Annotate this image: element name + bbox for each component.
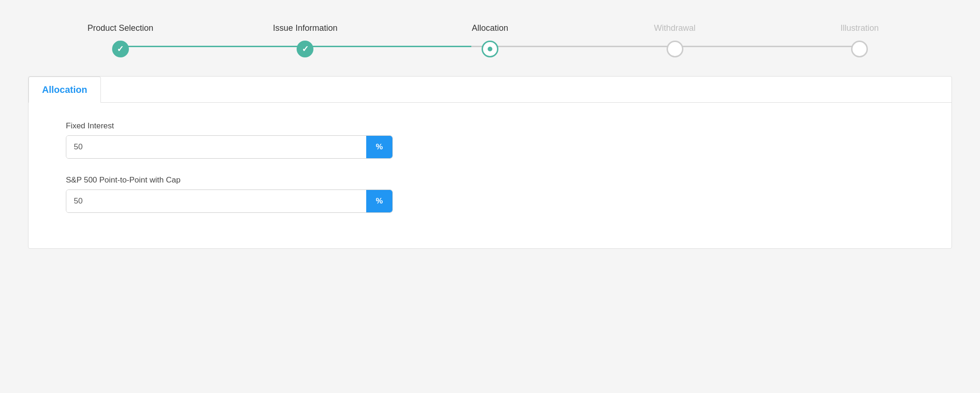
input-group-sp500: %: [66, 189, 393, 213]
field-section-fixed-interest: Fixed Interest %: [66, 121, 914, 159]
tab-header: Allocation: [28, 77, 952, 103]
checkmark-icon-2: ✓: [302, 44, 309, 54]
step-illustration[interactable]: Illustration: [767, 23, 952, 57]
checkmark-icon: ✓: [117, 44, 124, 54]
field-label-sp500: S&P 500 Point-to-Point with Cap: [66, 175, 914, 185]
content-card: Allocation Fixed Interest % S&P 500 Poin…: [28, 76, 952, 249]
sp500-input[interactable]: [66, 190, 366, 212]
step-circle-illustration: [851, 41, 868, 57]
step-label-product-selection: Product Selection: [87, 23, 153, 33]
fixed-interest-input[interactable]: [66, 136, 366, 158]
active-dot-icon: [488, 47, 492, 51]
step-label-allocation: Allocation: [472, 23, 508, 33]
content-body: Fixed Interest % S&P 500 Point-to-Point …: [28, 103, 952, 248]
step-label-issue-information: Issue Information: [273, 23, 337, 33]
step-label-illustration: Illustration: [840, 23, 879, 33]
field-label-fixed-interest: Fixed Interest: [66, 121, 914, 131]
input-group-fixed-interest: %: [66, 135, 393, 159]
step-withdrawal[interactable]: Withdrawal: [582, 23, 767, 57]
step-allocation[interactable]: Allocation: [398, 23, 582, 57]
step-label-withdrawal: Withdrawal: [654, 23, 696, 33]
step-circle-product-selection: ✓: [112, 41, 129, 57]
page-container: Product Selection ✓ Issue Information ✓ …: [0, 0, 980, 393]
stepper: Product Selection ✓ Issue Information ✓ …: [28, 19, 952, 57]
field-section-sp500: S&P 500 Point-to-Point with Cap %: [66, 175, 914, 213]
step-circle-issue-information: ✓: [297, 41, 313, 57]
sp500-percent-addon: %: [366, 190, 392, 212]
fixed-interest-percent-addon: %: [366, 136, 392, 158]
step-circle-withdrawal: [667, 41, 683, 57]
tab-allocation[interactable]: Allocation: [28, 77, 101, 103]
step-issue-information[interactable]: Issue Information ✓: [213, 23, 398, 57]
step-product-selection[interactable]: Product Selection ✓: [28, 23, 213, 57]
step-circle-allocation: [482, 41, 498, 57]
